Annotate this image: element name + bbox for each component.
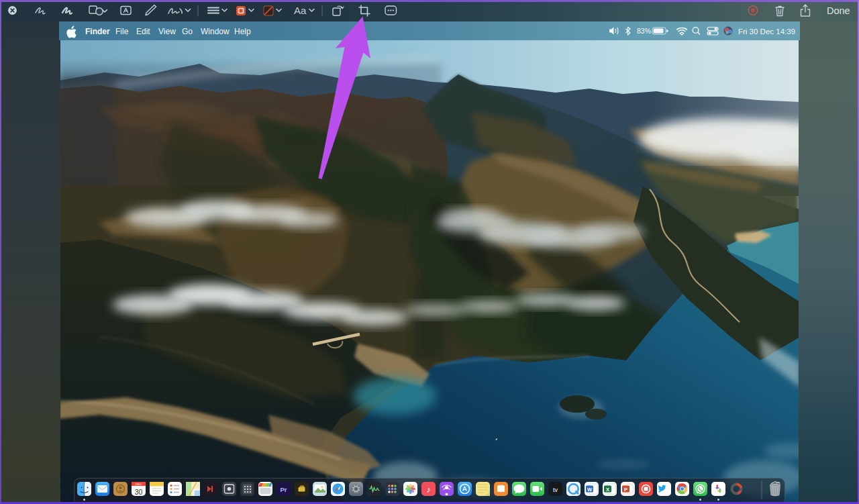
- svg-text:Aa: Aa: [294, 5, 307, 16]
- svg-text:View: View: [158, 27, 176, 36]
- svg-text:Window: Window: [201, 27, 230, 36]
- svg-text:Edit: Edit: [136, 27, 150, 36]
- svg-text:File: File: [115, 27, 129, 36]
- svg-text:Fri 30 Dec 14:39: Fri 30 Dec 14:39: [738, 28, 795, 36]
- svg-text:Go: Go: [182, 27, 193, 36]
- svg-text:83%: 83%: [637, 27, 651, 35]
- svg-text:Finder: Finder: [85, 27, 110, 36]
- svg-text:Done: Done: [827, 5, 850, 16]
- svg-text:Help: Help: [234, 27, 251, 36]
